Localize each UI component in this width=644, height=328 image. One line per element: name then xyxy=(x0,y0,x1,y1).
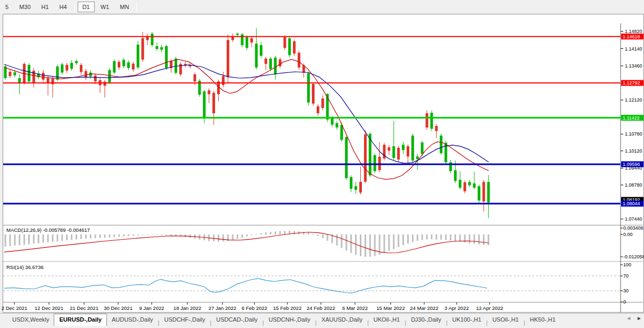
date-tick-label: 30 Dec 2021 xyxy=(104,305,133,311)
tab-xauusd-daily[interactable]: XAUUSD-,Daily xyxy=(317,314,367,326)
date-tick-label: 9 Jan 2022 xyxy=(139,305,164,311)
chart-plot-area[interactable] xyxy=(3,14,643,312)
tab-hk50-h1[interactable]: HK50-,H1 xyxy=(525,314,560,326)
price-tick-label: 1.14820 xyxy=(625,29,642,34)
price-tick-label: 1.08780 xyxy=(625,182,642,188)
date-tick-label: 3 Apr 2022 xyxy=(444,305,469,311)
tab-usdx-weekly[interactable]: USDX,Weekly xyxy=(7,314,54,326)
tab-eurusd-daily[interactable]: EURUSD-,Daily xyxy=(54,314,106,326)
tab-bar-lead-space xyxy=(0,314,7,326)
price-tick-label: 1.10780 xyxy=(625,131,642,137)
date-tick-label: 6 Feb 2022 xyxy=(242,305,267,311)
price-tick-label: 1.13460 xyxy=(625,63,642,69)
date-tick-label: 6 Mar 2022 xyxy=(342,305,368,311)
tab-usoil-h1[interactable]: USOil-,H1 xyxy=(488,314,524,326)
price-level-badge-1.09596: 1.09596 xyxy=(623,162,640,167)
rsi-tick-label: 100 xyxy=(623,262,631,267)
tab-usdcnh-daily[interactable]: USDCNH-,Daily xyxy=(264,314,315,326)
rsi-tick-label: 70 xyxy=(623,273,629,279)
tab-scroll-arrows: ◄ ► xyxy=(626,315,642,321)
macd-tick-label: -0.012058 xyxy=(623,254,644,259)
tab-scroll-left-icon[interactable]: ◄ xyxy=(626,315,631,321)
tab-uk100-h1[interactable]: UK100-,H1 xyxy=(448,314,486,326)
trading-terminal: 5M30H1H4D1W1MN ▼ EURUSD-,Daily 1.08950 1… xyxy=(0,0,644,328)
tab-ukoil-h1[interactable]: UKOil-,H1 xyxy=(369,314,405,326)
price-level-badge-1.11422: 1.11422 xyxy=(623,115,640,121)
price-level-badge-1.08044: 1.08044 xyxy=(623,201,640,206)
macd-tick-label: 0.00 xyxy=(623,232,633,237)
tab-usdchf-daily[interactable]: USDCHF-,Daily xyxy=(159,314,210,326)
tab-scroll-right-icon[interactable]: ► xyxy=(637,315,642,321)
rsi-label: RSI(14) 36.6736 xyxy=(6,264,44,270)
date-tick-label: 12 Dec 2021 xyxy=(35,305,63,311)
date-tick-label: 15 Mar 2022 xyxy=(376,305,404,311)
macd-tick-label: 0.003408 xyxy=(623,225,643,231)
chart-canvas: 1.148201.141401.134601.121201.107801.101… xyxy=(0,0,644,328)
date-tick-label: 27 Jan 2022 xyxy=(209,305,236,311)
date-tick-label: 21 Dec 2021 xyxy=(70,305,98,311)
tab-audusd-daily[interactable]: AUDUSD-,Daily xyxy=(107,314,158,326)
price-level-badge-1.12792: 1.12792 xyxy=(623,80,640,86)
symbol-tab-bar: USDX,WeeklyEURUSD-,DailyAUDUSD-,Daily|US… xyxy=(0,313,644,326)
rsi-tick-label: 30 xyxy=(623,288,629,293)
tab-usdcad-daily[interactable]: USDCAD-,Daily xyxy=(211,314,262,326)
date-tick-label: 12 Apr 2022 xyxy=(476,305,503,311)
tab-dj30-daily[interactable]: DJ30-,Daily xyxy=(406,314,446,326)
date-tick-label: 24 Feb 2022 xyxy=(307,305,335,311)
price-tick-label: 1.14140 xyxy=(625,46,642,52)
date-tick-label: 2 Dec 2021 xyxy=(2,305,28,311)
price-level-badge-1.14618: 1.14618 xyxy=(623,34,640,39)
date-tick-label: 24 Mar 2022 xyxy=(410,305,438,311)
price-tick-label: 1.12120 xyxy=(625,97,642,103)
rsi-tick-label: 0 xyxy=(623,299,626,305)
macd-label: MACD(12,26,9) -0.005789 -0.004617 xyxy=(6,227,90,233)
date-tick-label: 18 Jan 2022 xyxy=(174,305,201,311)
price-tick-label: 1.10120 xyxy=(625,148,642,154)
date-tick-label: 15 Feb 2022 xyxy=(273,305,301,311)
price-tick-label: 1.07440 xyxy=(625,216,642,222)
